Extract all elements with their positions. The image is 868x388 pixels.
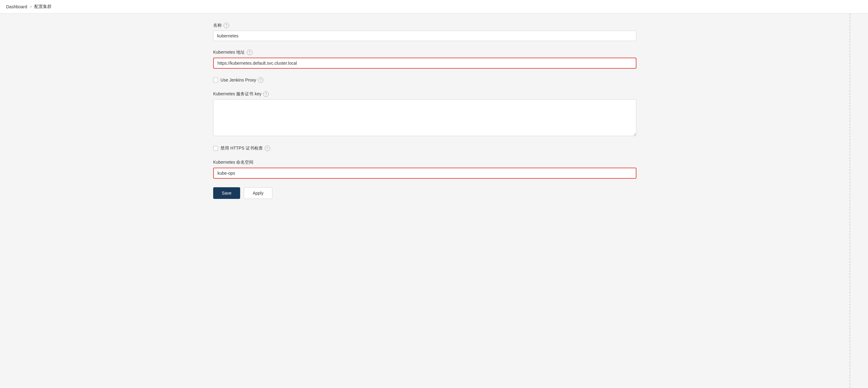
disable-https-help-icon[interactable]: ? <box>265 146 270 151</box>
k8s-address-label-text: Kubernetes 地址 <box>213 50 245 55</box>
right-panel <box>849 13 868 388</box>
main-layout: 名称 ? Kubernetes 地址 ? Use Jenkins Proxy ? <box>0 13 868 388</box>
save-button[interactable]: Save <box>213 187 240 199</box>
k8s-namespace-group: Kubernetes 命名空间 <box>213 160 637 179</box>
content-area: 名称 ? Kubernetes 地址 ? Use Jenkins Proxy ? <box>0 13 849 388</box>
k8s-cert-textarea[interactable] <box>213 99 637 136</box>
k8s-address-help-icon[interactable]: ? <box>247 50 252 55</box>
disable-https-checkbox[interactable] <box>213 146 218 151</box>
jenkins-proxy-label-text: Use Jenkins Proxy <box>220 77 256 83</box>
disable-https-label-text: 禁用 HTTPS 证书检查 <box>220 146 263 151</box>
k8s-address-group: Kubernetes 地址 ? <box>213 50 637 69</box>
k8s-namespace-label-text: Kubernetes 命名空间 <box>213 160 254 165</box>
apply-button[interactable]: Apply <box>244 187 272 199</box>
jenkins-proxy-group: Use Jenkins Proxy ? <box>213 77 637 83</box>
k8s-cert-label: Kubernetes 服务证书 key ? <box>213 91 637 97</box>
k8s-cert-label-text: Kubernetes 服务证书 key <box>213 91 261 97</box>
name-label: 名称 ? <box>213 23 637 28</box>
jenkins-proxy-help-icon[interactable]: ? <box>258 77 264 83</box>
jenkins-proxy-checkbox[interactable] <box>213 77 218 83</box>
k8s-namespace-input[interactable] <box>213 168 637 179</box>
breadcrumb-current: 配置集群 <box>34 4 52 9</box>
name-input[interactable] <box>213 31 637 41</box>
k8s-cert-help-icon[interactable]: ? <box>263 91 269 97</box>
k8s-address-input[interactable] <box>213 58 637 69</box>
k8s-namespace-label: Kubernetes 命名空间 <box>213 160 637 165</box>
disable-https-label: 禁用 HTTPS 证书检查 ? <box>220 146 270 151</box>
k8s-address-label: Kubernetes 地址 ? <box>213 50 637 55</box>
disable-https-group: 禁用 HTTPS 证书检查 ? <box>213 146 637 151</box>
name-label-text: 名称 <box>213 23 222 28</box>
breadcrumb-home[interactable]: Dashboard <box>6 4 27 9</box>
button-row: Save Apply <box>213 187 637 199</box>
breadcrumb-separator: > <box>30 4 32 9</box>
breadcrumb-bar: Dashboard > 配置集群 <box>0 0 868 13</box>
form-container: 名称 ? Kubernetes 地址 ? Use Jenkins Proxy ? <box>201 13 649 211</box>
name-help-icon[interactable]: ? <box>224 23 229 28</box>
jenkins-proxy-label: Use Jenkins Proxy ? <box>220 77 264 83</box>
k8s-cert-group: Kubernetes 服务证书 key ? <box>213 91 637 137</box>
name-group: 名称 ? <box>213 23 637 41</box>
